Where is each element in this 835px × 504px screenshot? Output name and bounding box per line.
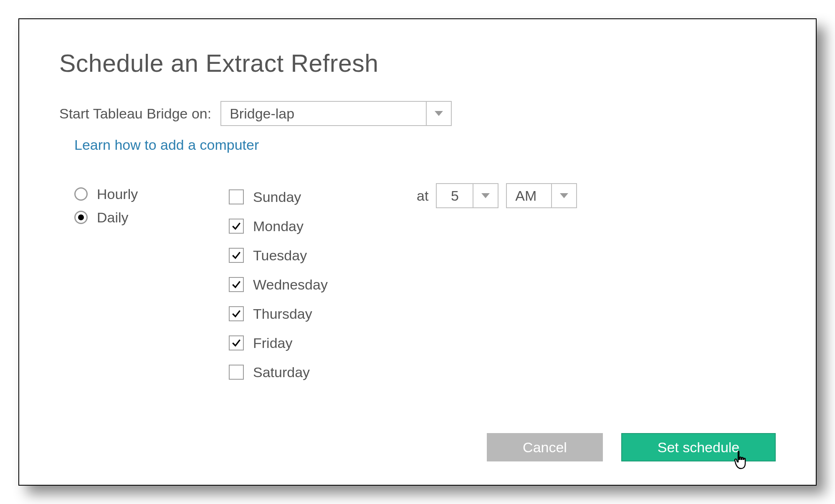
bridge-label: Start Tableau Bridge on: (59, 106, 211, 122)
checkmark-icon (231, 221, 242, 232)
bridge-select-toggle[interactable] (426, 102, 451, 125)
day-label: Monday (253, 218, 304, 234)
time-column: at 5 AM (417, 182, 577, 208)
days-column: Sunday Monday Tuesday Wednesday (229, 182, 417, 387)
hour-select-toggle[interactable] (473, 184, 498, 207)
checkbox-icon (229, 219, 244, 234)
cancel-button[interactable]: Cancel (487, 433, 603, 461)
day-thursday[interactable]: Thursday (229, 299, 417, 328)
ampm-select-value: AM (507, 184, 551, 207)
schedule-row: Hourly Daily Sunday Monday (59, 182, 776, 387)
set-schedule-button[interactable]: Set schedule (621, 433, 776, 461)
dialog-footer: Cancel Set schedule (487, 433, 776, 461)
day-label: Friday (253, 335, 292, 351)
checkbox-icon (229, 335, 244, 350)
checkbox-icon (229, 277, 244, 292)
hour-select[interactable]: 5 (436, 183, 498, 208)
checkbox-icon (229, 248, 244, 263)
caret-down-icon (560, 193, 568, 198)
day-label: Sunday (253, 189, 301, 205)
frequency-label: Daily (97, 209, 129, 226)
frequency-option-daily[interactable]: Daily (74, 206, 229, 229)
day-label: Wednesday (253, 277, 328, 293)
day-label: Thursday (253, 306, 312, 322)
day-wednesday[interactable]: Wednesday (229, 270, 417, 299)
radio-icon (74, 211, 88, 224)
at-label: at (417, 183, 428, 208)
ampm-select-toggle[interactable] (551, 184, 576, 207)
checkbox-icon (229, 365, 244, 380)
add-computer-link[interactable]: Learn how to add a computer (74, 137, 259, 153)
bridge-select-value: Bridge-lap (221, 102, 426, 125)
frequency-column: Hourly Daily (74, 182, 229, 229)
day-friday[interactable]: Friday (229, 328, 417, 358)
day-label: Tuesday (253, 247, 307, 264)
hour-select-value: 5 (437, 184, 473, 207)
day-tuesday[interactable]: Tuesday (229, 241, 417, 270)
checkmark-icon (231, 250, 242, 261)
bridge-select[interactable]: Bridge-lap (220, 101, 452, 126)
ampm-select[interactable]: AM (506, 183, 577, 208)
checkbox-icon (229, 189, 244, 204)
frequency-option-hourly[interactable]: Hourly (74, 182, 229, 206)
day-label: Saturday (253, 364, 310, 381)
checkbox-icon (229, 306, 244, 321)
checkmark-icon (231, 338, 242, 348)
caret-down-icon (481, 193, 490, 198)
frequency-label: Hourly (97, 186, 138, 202)
radio-icon (74, 187, 88, 201)
checkmark-icon (231, 279, 242, 290)
schedule-extract-refresh-dialog: Schedule an Extract Refresh Start Tablea… (18, 18, 817, 486)
caret-down-icon (435, 111, 443, 116)
set-schedule-label: Set schedule (658, 439, 740, 456)
day-sunday[interactable]: Sunday (229, 182, 417, 212)
dialog-title: Schedule an Extract Refresh (59, 49, 776, 78)
checkmark-icon (231, 308, 242, 319)
day-saturday[interactable]: Saturday (229, 358, 417, 387)
bridge-row: Start Tableau Bridge on: Bridge-lap (59, 101, 776, 126)
day-monday[interactable]: Monday (229, 212, 417, 241)
